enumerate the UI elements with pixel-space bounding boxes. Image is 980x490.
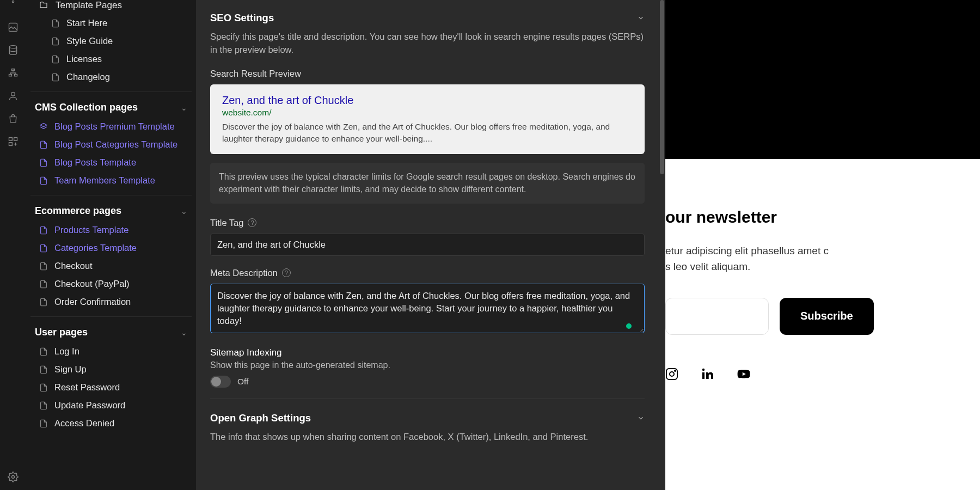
scrollbar-thumb[interactable]: [660, 0, 664, 174]
meta-description-input[interactable]: [210, 284, 645, 333]
sidebar: Template Pages Start Here Style Guide Li…: [26, 0, 196, 490]
page-icon: [39, 365, 48, 374]
bag-icon[interactable]: [8, 113, 19, 124]
linkedin-icon[interactable]: [701, 367, 714, 381]
svg-rect-14: [702, 372, 705, 379]
page-icon: [39, 383, 48, 392]
page-icon: [39, 262, 48, 271]
sidebar-item-blog-posts-premium[interactable]: Blog Posts Premium Template: [30, 118, 192, 136]
page-icon: [39, 158, 48, 167]
svg-point-2: [9, 46, 16, 48]
svg-rect-7: [9, 138, 13, 141]
section-ecommerce-pages[interactable]: Ecommerce pages ⌄: [30, 201, 192, 221]
help-icon[interactable]: ?: [248, 218, 256, 227]
sidebar-item-checkout[interactable]: Checkout: [30, 257, 192, 275]
sidebar-item-update-password[interactable]: Update Password: [30, 396, 192, 414]
sidebar-item-team-members[interactable]: Team Members Template: [30, 171, 192, 189]
page-icon: [39, 176, 48, 185]
database-icon[interactable]: [8, 45, 19, 56]
page-icon: [39, 419, 48, 428]
page-icon: [39, 347, 48, 356]
sitemap-toggle[interactable]: [210, 376, 231, 388]
svg-rect-1: [9, 23, 17, 32]
svg-rect-5: [15, 75, 17, 76]
sitemap-label: Sitemap Indexing: [210, 347, 645, 358]
page-icon: [39, 298, 48, 307]
serp-snippet: Discover the joy of balance with Zen, an…: [222, 121, 633, 144]
sidebar-item-changelog[interactable]: Changelog: [30, 68, 192, 86]
svg-point-13: [675, 370, 676, 371]
user-icon[interactable]: [8, 90, 19, 101]
settings-panel: SEO Settings Specify this page's title a…: [196, 0, 665, 490]
sidebar-item-products-template[interactable]: Products Template: [30, 221, 192, 239]
chevron-down-icon: [637, 14, 645, 22]
page-icon: [39, 280, 48, 289]
page-icon: [39, 226, 48, 235]
meta-description-label: Meta Description ?: [210, 268, 645, 278]
preview-newsletter-section: our newsletter etur adipiscing elit phas…: [665, 159, 980, 402]
preview-hero: [665, 0, 980, 159]
svg-point-15: [702, 369, 705, 371]
sitemap-state: Off: [237, 377, 248, 387]
settings-icon[interactable]: [8, 471, 19, 482]
svg-rect-9: [9, 143, 13, 146]
email-field[interactable]: [665, 298, 769, 335]
page-icon: [51, 19, 60, 28]
sitemap-icon[interactable]: [8, 68, 19, 78]
section-user-pages[interactable]: User pages ⌄: [30, 322, 192, 342]
folder-icon: [39, 1, 49, 10]
sidebar-item-style-guide[interactable]: Style Guide: [30, 32, 192, 50]
folder-label: Template Pages: [56, 0, 122, 11]
section-cms-pages[interactable]: CMS Collection pages ⌄: [30, 97, 192, 118]
sidebar-item-start-here[interactable]: Start Here: [30, 14, 192, 32]
page-icon: [39, 140, 48, 149]
serp-info-note: This preview uses the typical character …: [210, 163, 645, 203]
page-icon: [51, 73, 60, 82]
serp-title: Zen, and the art of Chuckle: [222, 94, 633, 107]
chevron-down-icon: ⌄: [181, 207, 187, 216]
sidebar-item-order-confirmation[interactable]: Order Confirmation: [30, 293, 192, 311]
social-links: [665, 367, 980, 381]
youtube-icon[interactable]: [737, 367, 750, 381]
sidebar-item-blog-post-categories[interactable]: Blog Post Categories Template: [30, 136, 192, 154]
svg-rect-8: [14, 138, 17, 141]
svg-point-10: [12, 476, 15, 479]
sitemap-description: Show this page in the auto-generated sit…: [210, 360, 645, 370]
sidebar-item-access-denied[interactable]: Access Denied: [30, 414, 192, 432]
sidebar-item-categories-template[interactable]: Categories Template: [30, 239, 192, 257]
newsletter-body: etur adipiscing elit phasellus amet c s …: [665, 243, 980, 275]
sidebar-item-login[interactable]: Log In: [30, 342, 192, 360]
accordion-open-graph[interactable]: Open Graph Settings: [210, 410, 645, 431]
title-tag-input[interactable]: [210, 234, 645, 256]
help-icon[interactable]: ?: [282, 268, 291, 277]
image-icon[interactable]: [8, 22, 19, 33]
title-tag-label: Title Tag ?: [210, 218, 645, 228]
chevron-down-icon: ⌄: [181, 103, 187, 112]
svg-point-12: [670, 372, 674, 376]
status-dot-icon: [626, 323, 632, 329]
sidebar-item-signup[interactable]: Sign Up: [30, 360, 192, 378]
folder-template-pages[interactable]: Template Pages: [30, 0, 192, 14]
sidebar-item-checkout-paypal[interactable]: Checkout (PayPal): [30, 275, 192, 293]
sidebar-item-reset-password[interactable]: Reset Password: [30, 378, 192, 396]
chevron-down-icon: [637, 414, 645, 422]
svg-rect-4: [9, 75, 12, 76]
page-icon: [39, 401, 48, 410]
sidebar-item-licenses[interactable]: Licenses: [30, 50, 192, 68]
search-preview-label: Search Result Preview: [210, 69, 645, 79]
chevron-down-icon: ⌄: [181, 328, 187, 337]
accordion-seo-settings[interactable]: SEO Settings: [210, 10, 645, 30]
page-preview: our newsletter etur adipiscing elit phas…: [665, 0, 980, 490]
newsletter-title: our newsletter: [665, 208, 980, 226]
instagram-icon[interactable]: [665, 367, 678, 381]
serp-preview: Zen, and the art of Chuckle website.com/…: [210, 84, 645, 154]
serp-url: website.com/: [222, 108, 633, 118]
apps-icon[interactable]: [8, 136, 19, 147]
og-description: The info that shows up when sharing cont…: [210, 431, 645, 444]
subscribe-button[interactable]: Subscribe: [780, 298, 874, 335]
svg-point-6: [11, 92, 15, 96]
sidebar-item-blog-posts[interactable]: Blog Posts Template: [30, 154, 192, 171]
stack-icon: [39, 122, 48, 131]
page-icon: [39, 244, 48, 253]
page-icon: [51, 55, 60, 64]
